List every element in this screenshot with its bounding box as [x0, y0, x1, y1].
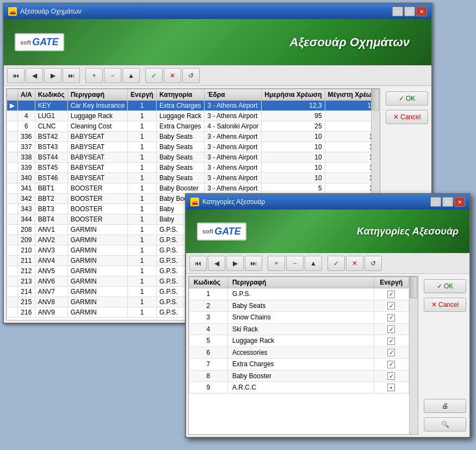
cancel-toolbar-button[interactable]: ✕ [164, 68, 181, 83]
second-nav-prev[interactable]: ◀ [208, 256, 225, 271]
row-daily: 25 [262, 121, 325, 132]
main-cancel-button[interactable]: ✕ Cancel [386, 110, 428, 124]
row-active: 1 [128, 256, 157, 266]
row-active: 1 [128, 111, 157, 121]
row-desc: BABYSEAT [67, 142, 127, 152]
second-scrollbar[interactable] [409, 276, 418, 434]
up-button[interactable]: ▲ [122, 68, 140, 83]
row-active-checkbox[interactable] [374, 370, 409, 382]
table-row[interactable]: 6 CLNC Cleaning Cost 1 Extra Charges 4 -… [7, 121, 372, 132]
row-indicator [7, 266, 18, 276]
table-row[interactable]: 339 BST45 BABYSEAT 1 Baby Seats 3 - Athe… [7, 163, 372, 173]
second-close-button[interactable]: ✕ [454, 197, 465, 207]
row-code: ANV4 [35, 256, 67, 266]
second-maximize-button[interactable]: □ [442, 197, 453, 207]
list-item[interactable]: 7 Extra Charges [189, 359, 409, 371]
list-item[interactable]: 1 G.P.S. [189, 288, 409, 300]
row-loc: 3 - Athens Airport [205, 163, 262, 173]
second-window-controls: ─ □ ✕ [430, 197, 465, 207]
row-active-checkbox[interactable] [374, 382, 409, 393]
row-num: 342 [18, 194, 35, 204]
row-desc: BOOSTER [67, 204, 127, 214]
row-code: ANV6 [35, 276, 67, 287]
row-desc: Extra Charges [227, 359, 374, 371]
row-active-checkbox[interactable] [374, 347, 409, 359]
row-active: 1 [128, 132, 157, 142]
second-nav-next[interactable]: ▶ [226, 256, 244, 271]
minimize-button[interactable]: ─ [392, 7, 403, 16]
main-ok-button[interactable]: ✓ OK [386, 91, 428, 106]
list-item[interactable]: 8 Baby Booster [189, 370, 409, 382]
row-active: 1 [128, 214, 157, 225]
second-logo: soft GATE [197, 223, 246, 241]
second-confirm-button[interactable]: ✓ [327, 256, 345, 271]
table-row[interactable]: 337 BST43 BABYSEAT 1 Baby Seats 3 - Athe… [7, 142, 372, 152]
nav-next-button[interactable]: ▶ [44, 68, 61, 83]
row-active-checkbox[interactable] [374, 359, 409, 371]
table-row[interactable]: 4 LUG1 Luggage Rack 1 Luggage Rack 3 - A… [7, 111, 372, 121]
close-button[interactable]: ✕ [416, 7, 427, 16]
list-item[interactable]: 9 A.R.C.C [189, 382, 409, 393]
row-indicator [7, 245, 18, 256]
refresh-button[interactable]: ↺ [182, 68, 200, 83]
second-cancel-toolbar-button[interactable]: ✕ [346, 256, 363, 271]
second-minimize-button[interactable]: ─ [430, 197, 441, 207]
maximize-button[interactable]: □ [404, 7, 415, 16]
row-active-checkbox[interactable] [374, 312, 409, 324]
list-item[interactable]: 3 Snow Chains [189, 312, 409, 324]
row-desc: GARMIN [67, 235, 127, 245]
list-item[interactable]: 4 Ski Rack [189, 323, 409, 335]
row-active-checkbox[interactable] [374, 300, 409, 312]
row-num: 216 [18, 307, 35, 318]
col-loc: Έδρα [205, 89, 262, 101]
second-refresh-button[interactable]: ↺ [364, 256, 382, 271]
second-search-button[interactable]: 🔍 [424, 417, 466, 431]
row-active: 1 [128, 245, 157, 256]
table-row[interactable]: 341 BBT1 BOOSTER 1 Baby Booster 3 - Athe… [7, 183, 372, 194]
delete-button[interactable]: − [104, 68, 121, 83]
row-active-checkbox[interactable] [374, 335, 409, 347]
second-cancel-button[interactable]: ✕ Cancel [424, 298, 466, 312]
row-indicator [7, 173, 18, 183]
nav-first-button[interactable]: ⏮ [7, 68, 24, 83]
second-col-active: Ενεργή [374, 277, 409, 288]
second-nav-first[interactable]: ⏮ [189, 256, 207, 271]
row-num: 214 [18, 287, 35, 297]
second-ok-button[interactable]: ✓ OK [424, 279, 466, 293]
row-code: LUG1 [35, 111, 67, 121]
row-loc: 3 - Athens Airport [205, 111, 262, 121]
second-print-button[interactable]: 🖨 [424, 399, 466, 413]
row-daily: 10 [262, 173, 325, 183]
row-daily: 10 [262, 132, 325, 142]
row-active-checkbox[interactable] [374, 288, 409, 300]
second-scrollbar-thumb[interactable] [410, 276, 417, 298]
table-row[interactable]: 338 BST44 BABYSEAT 1 Baby Seats 3 - Athe… [7, 152, 372, 163]
second-up-button[interactable]: ▲ [305, 256, 322, 271]
main-scrollbar-thumb[interactable] [372, 89, 379, 110]
second-window: 🚗 Κατηγορίες Αξεσουάρ ─ □ ✕ soft GATE Κα… [185, 193, 471, 438]
row-num: 212 [18, 266, 35, 276]
confirm-button[interactable]: ✓ [145, 68, 163, 83]
row-active: 1 [128, 297, 157, 307]
col-cat: Κατηγορία [156, 89, 204, 101]
list-item[interactable]: 2 Baby Seats [189, 300, 409, 312]
second-add-button[interactable]: + [268, 256, 285, 271]
list-item[interactable]: 6 Accessories [189, 347, 409, 359]
table-row[interactable]: ▶ KEY Car Key Insurance 1 Extra Charges … [7, 101, 372, 111]
row-active-checkbox[interactable] [374, 323, 409, 335]
list-item[interactable]: 5 Luggage Rack [189, 335, 409, 347]
add-button[interactable]: + [85, 68, 103, 83]
second-nav-last[interactable]: ⏭ [245, 256, 262, 271]
table-row[interactable]: 336 BST42 BABYSEAT 1 Baby Seats 3 - Athe… [7, 132, 372, 142]
nav-last-button[interactable]: ⏭ [63, 68, 80, 83]
table-row[interactable]: 340 BST46 BABYSEAT 1 Baby Seats 3 - Athe… [7, 173, 372, 183]
row-indicator [7, 204, 18, 214]
row-cat: Baby Seats [156, 173, 204, 183]
second-col-code: Κωδικός [189, 277, 228, 288]
second-delete-button[interactable]: − [286, 256, 304, 271]
row-indicator [7, 214, 18, 225]
row-max: 100 [325, 142, 371, 152]
col-code: Κωδικός [35, 89, 67, 101]
row-desc: GARMIN [67, 245, 127, 256]
nav-prev-button[interactable]: ◀ [26, 68, 43, 83]
